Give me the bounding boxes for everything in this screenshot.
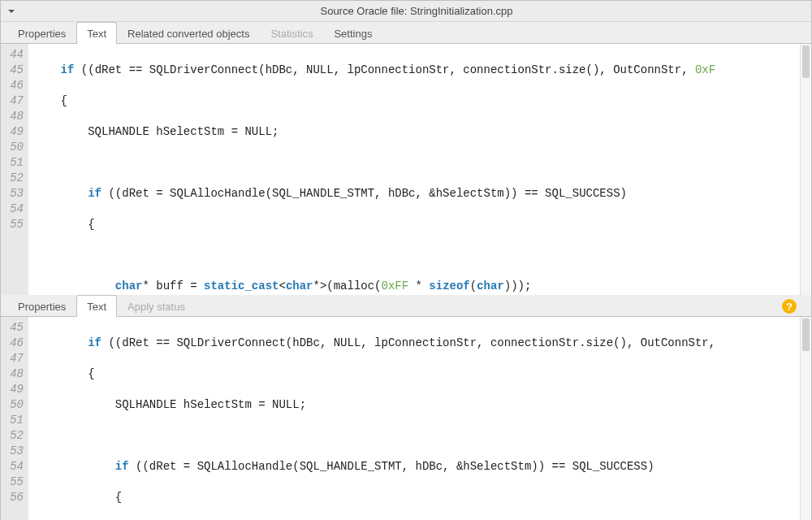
source-panel: Source Oracle file: StringInitialization…	[0, 0, 812, 274]
target-vertical-scrollbar[interactable]	[800, 317, 811, 520]
source-vscroll-thumb[interactable]	[802, 46, 810, 78]
target-gutter: 454647484950515253545556	[1, 317, 28, 520]
tab-related[interactable]: Related converted objects	[117, 22, 260, 44]
source-panel-title: Source Oracle file: StringInitialization…	[22, 5, 811, 17]
source-tabbar: Properties Text Related converted object…	[1, 22, 811, 44]
source-panel-header: Source Oracle file: StringInitialization…	[1, 1, 811, 22]
tab-apply-status: Apply status	[117, 295, 196, 317]
tab-text[interactable]: Text	[76, 22, 117, 44]
tab-settings[interactable]: Settings	[323, 22, 382, 44]
tab-statistics: Statistics	[260, 22, 323, 44]
target-vscroll-thumb[interactable]	[802, 318, 810, 351]
tab-properties-target[interactable]: Properties	[7, 295, 76, 317]
target-code[interactable]: if ((dRet == SQLDriverConnect(hDBc, NULL…	[28, 317, 811, 520]
help-icon[interactable]: ?	[782, 299, 797, 314]
tab-properties[interactable]: Properties	[7, 22, 76, 44]
target-tabbar: Properties Text Apply status ?	[1, 295, 811, 317]
tab-text-target[interactable]: Text	[76, 295, 117, 317]
target-panel: Target Amazon RDS for PostgreSQL file: S…	[0, 274, 812, 520]
target-editor[interactable]: 454647484950515253545556 if ((dRet == SQ…	[1, 317, 811, 520]
collapse-source-icon[interactable]	[1, 1, 22, 22]
